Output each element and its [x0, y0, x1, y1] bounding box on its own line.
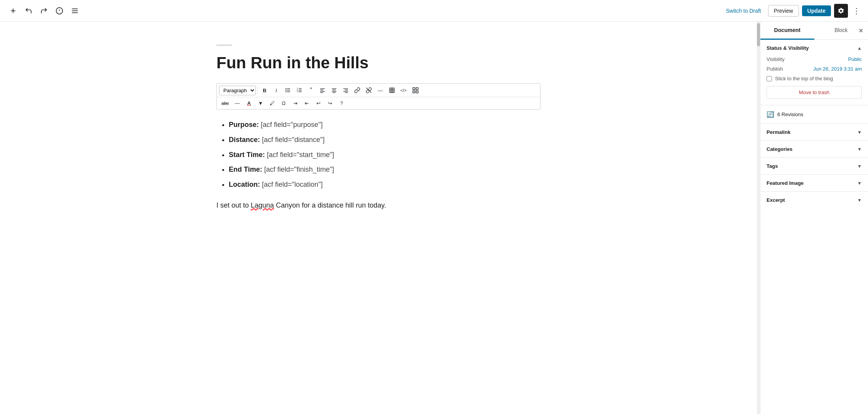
svg-rect-40 — [413, 91, 415, 93]
unordered-list-button[interactable] — [282, 86, 293, 95]
list-item: Location: [acf field="location"] — [229, 179, 540, 191]
block-navigation-button[interactable] — [68, 4, 82, 18]
svg-rect-39 — [416, 88, 418, 90]
field-code-location: [acf field="location"] — [262, 181, 323, 188]
field-code-start-time: [acf field="start_time"] — [267, 151, 334, 159]
svg-rect-25 — [333, 90, 336, 90]
indent-button[interactable]: ⇥ — [290, 99, 301, 108]
svg-rect-23 — [320, 93, 323, 93]
revisions-section: 🔄 6 Revisions — [760, 105, 868, 124]
bullet-list: Purpose: [acf field="purpose"] Distance:… — [229, 119, 540, 190]
visibility-label: Visibility — [767, 56, 785, 62]
italic-button[interactable]: I — [271, 86, 282, 95]
svg-rect-27 — [333, 93, 336, 93]
align-right-button[interactable] — [340, 86, 351, 95]
grid-button[interactable] — [410, 85, 421, 95]
revisions-count: 6 Revisions — [777, 112, 803, 117]
svg-rect-30 — [343, 91, 348, 91]
add-block-button[interactable] — [6, 4, 20, 18]
text-color-button[interactable]: A — [243, 99, 254, 108]
undo2-button[interactable]: ↩ — [313, 99, 324, 108]
main-area: Fun Run in the Hills Paragraph B I — [0, 22, 868, 414]
settings-button[interactable] — [834, 4, 848, 18]
permalink-section-header[interactable]: Permalink ▼ — [760, 124, 868, 140]
custom-html-button[interactable]: 🖊 — [267, 99, 277, 108]
tags-section-header[interactable]: Tags ▼ — [760, 157, 868, 174]
table-button[interactable] — [387, 86, 397, 95]
excerpt-section-header[interactable]: Excerpt ▼ — [760, 191, 868, 208]
post-body: Purpose: [acf field="purpose"] Distance:… — [216, 119, 540, 211]
preview-button[interactable]: Preview — [768, 5, 799, 17]
minus-button[interactable]: — — [232, 99, 243, 108]
visibility-value[interactable]: Public — [848, 56, 862, 62]
svg-point-13 — [285, 91, 287, 93]
featured-image-label: Featured Image — [767, 180, 804, 186]
svg-rect-9 — [287, 90, 290, 91]
switch-to-draft-button[interactable]: Switch to Draft — [722, 5, 765, 16]
stick-to-top-checkbox[interactable] — [767, 76, 772, 81]
strikethrough-button[interactable]: abc — [219, 99, 231, 108]
list-item: Start Time: [acf field="start_time"] — [229, 149, 540, 161]
svg-rect-38 — [413, 88, 415, 90]
formatting-toolbar: Paragraph B I 123 " — [216, 83, 540, 110]
toolbar-right: Switch to Draft Preview Update ⋮ — [722, 4, 862, 18]
ordered-list-button[interactable]: 123 — [294, 86, 305, 95]
publish-value[interactable]: Jun 26, 2019 3:31 am — [813, 66, 862, 72]
info-button[interactable] — [52, 4, 66, 18]
tags-label: Tags — [767, 163, 778, 169]
visibility-row: Visibility Public — [767, 56, 862, 62]
svg-rect-29 — [345, 90, 348, 90]
field-label-start-time: Start Time: — [229, 151, 265, 159]
revisions-row[interactable]: 🔄 6 Revisions — [760, 105, 868, 123]
undo-button[interactable] — [22, 4, 35, 18]
collapsible-sections: Permalink ▼ Categories ▼ Tags ▼ Featured… — [760, 124, 868, 208]
update-button[interactable]: Update — [802, 5, 831, 16]
outdent-button[interactable]: ⇤ — [301, 99, 312, 108]
chevron-down-icon-featured: ▼ — [857, 181, 862, 186]
scroll-thumb[interactable] — [757, 23, 760, 46]
field-code-end-time: [acf field="finish_time"] — [264, 166, 334, 173]
status-visibility-header[interactable]: Status & Visibility ▲ — [760, 40, 868, 56]
svg-point-12 — [285, 90, 287, 91]
more-options-button[interactable]: ⋮ — [851, 5, 862, 17]
arrow-down-button[interactable]: ▼ — [255, 99, 266, 108]
redo-button[interactable] — [37, 4, 51, 18]
svg-text:3: 3 — [297, 91, 298, 93]
special-char-button[interactable]: Ω — [278, 99, 289, 108]
close-sidebar-button[interactable]: ✕ — [857, 25, 865, 36]
code-button[interactable]: </> — [398, 86, 409, 94]
svg-rect-33 — [390, 88, 394, 93]
top-toolbar: Switch to Draft Preview Update ⋮ — [0, 0, 868, 22]
horizontal-rule-button[interactable]: — — [375, 86, 386, 95]
tab-document[interactable]: Document — [760, 22, 814, 40]
unlink-button[interactable] — [363, 86, 374, 95]
align-left-button[interactable] — [317, 86, 328, 95]
svg-rect-28 — [343, 89, 348, 89]
redo2-button[interactable]: ↪ — [324, 99, 335, 108]
move-to-trash-button[interactable]: Move to trash — [767, 86, 862, 99]
permalink-label: Permalink — [767, 129, 790, 135]
blockquote-button[interactable]: " — [306, 85, 316, 95]
list-item: Purpose: [acf field="purpose"] — [229, 119, 540, 131]
align-center-button[interactable] — [329, 86, 339, 95]
field-label-purpose: Purpose: — [229, 121, 259, 128]
editor-area: Fun Run in the Hills Paragraph B I — [0, 22, 757, 414]
post-title[interactable]: Fun Run in the Hills — [216, 53, 540, 73]
svg-point-11 — [285, 88, 287, 90]
editor-scrollbar[interactable] — [757, 22, 760, 414]
revisions-icon: 🔄 — [767, 111, 774, 118]
link-button[interactable] — [352, 86, 363, 95]
svg-rect-26 — [332, 91, 336, 91]
categories-section-header[interactable]: Categories ▼ — [760, 140, 868, 157]
paragraph-text: I set out to Laguna Canyon for a distanc… — [216, 199, 540, 211]
underlined-word: Laguna — [251, 201, 274, 209]
svg-rect-22 — [320, 91, 325, 91]
stick-to-top-row: Stick to the top of the blog — [767, 76, 862, 81]
help-button[interactable]: ? — [336, 99, 347, 108]
status-visibility-title: Status & Visibility — [767, 45, 809, 51]
paragraph-style-select[interactable]: Paragraph — [219, 86, 256, 95]
featured-image-section-header[interactable]: Featured Image ▼ — [760, 174, 868, 191]
excerpt-label: Excerpt — [767, 197, 785, 203]
bold-button[interactable]: B — [259, 86, 270, 95]
field-label-location: Location: — [229, 181, 260, 188]
